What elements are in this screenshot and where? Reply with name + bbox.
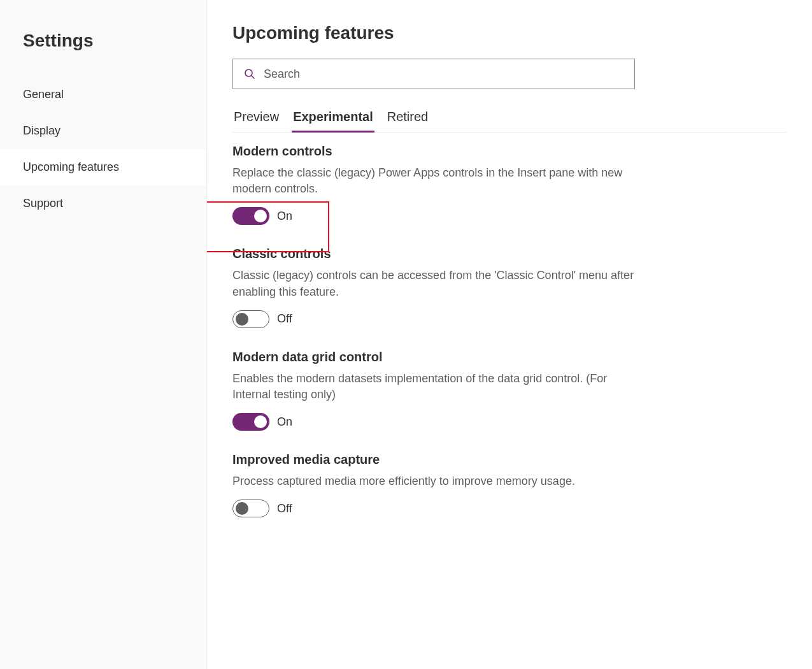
- svg-line-1: [252, 76, 254, 78]
- feature-description: Classic (legacy) controls can be accesse…: [232, 268, 640, 299]
- toggle-label: Off: [277, 312, 292, 326]
- tab-preview[interactable]: Preview: [232, 104, 280, 132]
- feature-title: Modern controls: [232, 144, 640, 159]
- sidebar-title: Settings: [0, 31, 206, 76]
- feature-description: Process captured media more efficiently …: [232, 473, 640, 489]
- toggle-row: Off: [232, 500, 640, 517]
- sidebar-item-general[interactable]: General: [0, 76, 206, 113]
- toggle-modern-controls[interactable]: [232, 207, 269, 225]
- feature-title: Improved media capture: [232, 452, 640, 467]
- main-content: Upcoming features Preview Experimental R…: [207, 0, 812, 669]
- feature-description: Replace the classic (legacy) Power Apps …: [232, 165, 640, 197]
- toggle-label: Off: [277, 502, 292, 515]
- tab-experimental[interactable]: Experimental: [292, 104, 374, 132]
- feature-description: Enables the modern datasets implementati…: [232, 371, 640, 403]
- toggle-knob: [236, 313, 248, 326]
- toggle-row: On: [232, 207, 640, 225]
- page-title: Upcoming features: [232, 23, 787, 43]
- search-box[interactable]: [232, 59, 635, 89]
- sidebar-item-upcoming-features[interactable]: Upcoming features: [0, 149, 206, 185]
- toggle-improved-media-capture[interactable]: [232, 500, 269, 517]
- feature-modern-controls: Modern controls Replace the classic (leg…: [232, 144, 640, 225]
- toggle-modern-data-grid[interactable]: [232, 413, 269, 431]
- sidebar-item-display[interactable]: Display: [0, 113, 206, 149]
- toggle-knob: [236, 502, 248, 515]
- toggle-label: On: [277, 210, 292, 223]
- feature-title: Modern data grid control: [232, 350, 640, 364]
- tab-retired[interactable]: Retired: [386, 104, 429, 132]
- sidebar: Settings General Display Upcoming featur…: [0, 0, 207, 669]
- sidebar-item-support[interactable]: Support: [0, 185, 206, 222]
- toggle-knob: [254, 415, 267, 428]
- feature-improved-media-capture: Improved media capture Process captured …: [232, 452, 640, 517]
- tabs: Preview Experimental Retired: [232, 104, 787, 133]
- toggle-knob: [254, 210, 267, 222]
- svg-point-0: [245, 69, 252, 76]
- toggle-classic-controls[interactable]: [232, 310, 269, 328]
- toggle-label: On: [277, 415, 292, 429]
- search-icon: [243, 68, 256, 80]
- toggle-row: Off: [232, 310, 640, 328]
- feature-title: Classic controls: [232, 247, 640, 261]
- feature-modern-data-grid: Modern data grid control Enables the mod…: [232, 350, 640, 431]
- toggle-row: On: [232, 413, 640, 431]
- feature-classic-controls: Classic controls Classic (legacy) contro…: [232, 247, 640, 327]
- search-input[interactable]: [264, 68, 624, 81]
